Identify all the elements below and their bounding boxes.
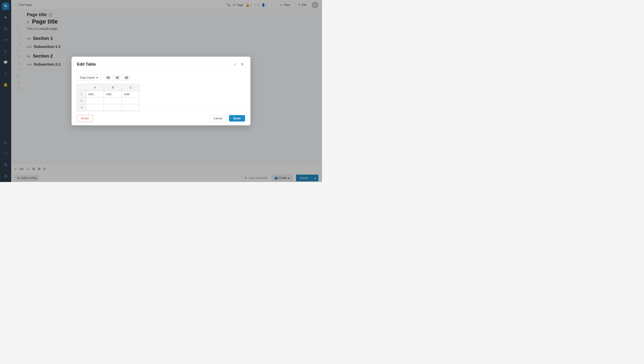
- edit-table-modal: Edit Table ⤢ ✕ Data Import ▾: [72, 57, 250, 125]
- cancel-button[interactable]: Cancel: [209, 115, 226, 122]
- align-right-icon: [125, 77, 128, 79]
- table-row-label-2: 2: [77, 98, 86, 104]
- table-col-c[interactable]: C: [122, 84, 140, 91]
- modal-close-button[interactable]: ✕: [240, 61, 245, 67]
- table-row-3: 3: [77, 104, 140, 111]
- modal-overlay[interactable]: Edit Table ⤢ ✕ Data Import ▾: [0, 0, 322, 182]
- table-col-b[interactable]: B: [104, 84, 122, 91]
- modal-footer: Reset Cancel Done: [72, 111, 250, 125]
- close-icon: ✕: [240, 62, 244, 67]
- modal-toolbar: Data Import ▾: [72, 71, 250, 84]
- modal-table-area: A B C 1 col1 col2 col3 2: [72, 84, 250, 111]
- data-import-label: Data Import: [80, 76, 95, 79]
- edit-table[interactable]: A B C 1 col1 col2 col3 2: [77, 84, 140, 111]
- modal-header: Edit Table ⤢ ✕: [72, 57, 250, 71]
- table-cell-2a[interactable]: [86, 98, 104, 104]
- modal-title: Edit Table: [77, 62, 96, 67]
- table-row-label-3: 3: [77, 104, 86, 111]
- align-left-icon: [106, 77, 110, 79]
- table-cell-1c[interactable]: col3: [122, 91, 140, 98]
- table-row-1: 1 col1 col2 col3: [77, 91, 140, 98]
- data-import-dropdown[interactable]: Data Import ▾: [77, 74, 101, 81]
- table-row-label-1: 1: [77, 91, 86, 98]
- table-cell-3a[interactable]: [86, 104, 104, 111]
- dropdown-caret-icon: ▾: [96, 76, 98, 79]
- table-corner: [77, 84, 86, 91]
- table-cell-2c[interactable]: [122, 98, 140, 104]
- table-cell-3b[interactable]: [104, 104, 122, 111]
- reset-button[interactable]: Reset: [77, 115, 93, 122]
- align-right-button[interactable]: [122, 75, 131, 80]
- align-left-button[interactable]: [104, 75, 113, 80]
- footer-right: Cancel Done: [209, 115, 245, 122]
- expand-icon: ⤢: [234, 62, 236, 66]
- table-cell-1b[interactable]: col2: [104, 91, 122, 98]
- modal-header-actions: ⤢ ✕: [232, 61, 245, 67]
- done-button[interactable]: Done: [229, 115, 245, 122]
- modal-expand-button[interactable]: ⤢: [232, 61, 237, 67]
- align-center-button[interactable]: [113, 75, 122, 80]
- align-center-icon: [116, 77, 119, 79]
- table-cell-1a[interactable]: col1: [86, 91, 104, 98]
- table-col-a[interactable]: A: [86, 84, 104, 91]
- table-row-2: 2: [77, 98, 140, 104]
- align-buttons: [104, 75, 131, 80]
- table-cell-3c[interactable]: [122, 104, 140, 111]
- table-cell-2b[interactable]: [104, 98, 122, 104]
